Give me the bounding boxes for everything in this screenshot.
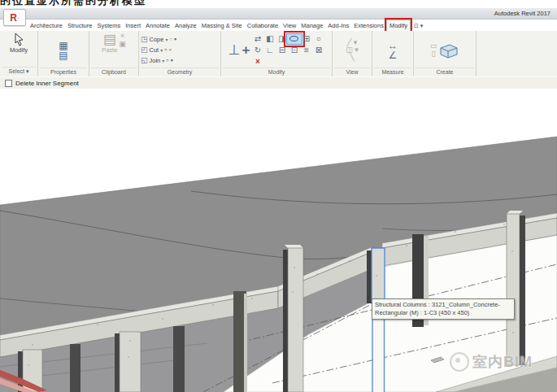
tab-view[interactable]: View [281, 20, 298, 31]
geometry-mini-icon[interactable]: ▪ [174, 36, 176, 43]
panel-measure: ↔ ∠ Measure [372, 31, 414, 76]
column-lit-edge [244, 294, 247, 392]
pin-icon[interactable]: ⊡ [291, 46, 298, 54]
cut-to-clipboard-icon[interactable]: × [120, 33, 124, 40]
delete-inner-segment-label: Delete Inner Segment [15, 80, 79, 87]
drawing-area-3d-view[interactable]: Structural Columns : 3121_Column_Concret… [0, 89, 557, 392]
panel-view: ╱ ▾ ◫ ▾ ╲ View [333, 31, 372, 76]
properties-palette-icon[interactable]: ▤ [59, 50, 67, 60]
join-icon: ◱ [141, 57, 148, 64]
tab-manage[interactable]: Manage [298, 20, 325, 31]
column-front[interactable] [288, 248, 303, 392]
column-dark-side[interactable] [173, 326, 185, 392]
tooltip-line-2: Rectangular (M) : 1-C3 (450 x 450) [375, 309, 511, 317]
ribbon: Modify Select ▾ ▦ ▤ Properties ▤ Paste ×… [0, 31, 557, 77]
watermark-text: 室内BIM [472, 352, 533, 372]
geometry-mini-icon[interactable]: ▫ [166, 57, 168, 64]
geometry-panel-label: Geometry [141, 68, 219, 76]
panel-modify: ⊥ + ⇄ ◧ ◨ ⊞ ○ ↻ ∟ ⊟ ⊡ ≡ ⊠ × Mo [221, 31, 333, 76]
delete-icon[interactable]: × [255, 57, 260, 66]
create-panel-label: Create [416, 68, 474, 76]
mirror-pick-axis-icon[interactable]: ◧ [266, 35, 273, 43]
cope-icon: ◳ [141, 36, 148, 43]
trim-extend-icon[interactable]: ∟ [266, 46, 274, 54]
revit-window: 的位置显示所需的分析模型 Autodesk Revit 2017 R· Arch… [0, 0, 557, 392]
mirror-draw-axis-icon[interactable]: ◨ [278, 35, 285, 43]
view-panel-label: View [334, 68, 370, 76]
ribbon-filler [476, 31, 557, 76]
column-front[interactable] [507, 214, 520, 365]
offset-icon[interactable]: ⇄ [255, 35, 261, 43]
delete-inner-segment-checkbox[interactable] [5, 80, 12, 87]
ribbon-minimize-toggle[interactable]: ⊡ ▾ [414, 23, 423, 31]
select-panel-label[interactable]: Select ▾ [2, 67, 36, 76]
tab-analyze[interactable]: Analyze [172, 20, 199, 31]
tab-extensions[interactable]: Extensions [351, 20, 386, 31]
cursor-arrow-icon [13, 33, 25, 46]
create-assembly-icon[interactable]: ▯ [432, 50, 436, 58]
measure-aligned-icon[interactable]: ↔ [388, 41, 398, 50]
paste-button[interactable]: ▤ Paste [102, 33, 117, 54]
panel-geometry: ◳ Cope▾ ▫ ▪ ◰ Cut▾ ▫ ▪ ◱ Join▾ ▫ ▪ [139, 31, 221, 76]
panel-select: Modify Select ▾ [0, 31, 38, 76]
column-dark-side [520, 216, 525, 365]
tab-annotate[interactable]: Annotate [143, 20, 172, 31]
copy-icon[interactable]: ○ [316, 35, 321, 43]
paste-icon: ▤ [103, 33, 116, 46]
modify-panel-label: Modify [223, 68, 330, 76]
selected-modify-tool-icon[interactable] [286, 33, 302, 45]
tab-insert[interactable]: Insert [123, 20, 143, 31]
move-icon[interactable]: + [242, 43, 250, 57]
ribbon-tab-row: ArchitectureStructureSystemsInsertAnnota… [28, 19, 556, 31]
view-tool-icon[interactable]: ╲ [350, 54, 354, 61]
panel-clipboard: ▤ Paste × ▣ Clipboard [89, 31, 139, 76]
cut-button[interactable]: ◰ Cut▾ ▫ ▪ [141, 45, 219, 55]
application-menu-button[interactable]: R· [3, 9, 26, 26]
scale-icon[interactable]: ≡ [304, 46, 309, 54]
unpin-icon[interactable]: ⊠ [315, 46, 322, 54]
tab-collaborate[interactable]: Collaborate [245, 20, 281, 31]
clipped-caption: 的位置显示所需的分析模型 [0, 0, 557, 8]
clipboard-panel-label: Clipboard [91, 68, 137, 76]
tab-architecture[interactable]: Architecture [28, 20, 65, 31]
tooltip-line-1: Structural Columns : 3121_Column_Concret… [375, 301, 511, 309]
align-icon[interactable]: ⊥ [228, 43, 241, 57]
geometry-mini-icon[interactable]: ▪ [168, 46, 171, 54]
cut-caret-icon: ▾ [160, 47, 163, 53]
modify-select-button[interactable]: Modify [10, 33, 28, 54]
geometry-mini-icon[interactable]: ▫ [169, 36, 172, 43]
watermark-logo-icon [450, 352, 469, 372]
column-dark-side [283, 250, 288, 392]
title-bar: Autodesk Revit 2017 [0, 8, 557, 20]
cut-geometry-icon: ◰ [141, 46, 148, 54]
create-similar-icon[interactable] [438, 41, 459, 59]
tab-add-ins[interactable]: Add-Ins [325, 20, 351, 31]
array-icon[interactable]: ⊞ [303, 35, 310, 43]
join-caret-icon: ▾ [162, 58, 164, 63]
app-menu-caret-icon: · [18, 15, 20, 20]
element-tooltip: Structural Columns : 3121_Column_Concret… [372, 298, 515, 320]
tab-systems[interactable]: Systems [94, 20, 123, 31]
tab-structure[interactable]: Structure [65, 20, 94, 31]
model-scene [0, 89, 557, 392]
measure-panel-label: Measure [374, 68, 411, 76]
measure-between-refs-icon[interactable]: ∠ [389, 50, 398, 60]
cope-caret-icon: ▾ [165, 37, 168, 42]
rotate-icon[interactable]: ↻ [255, 46, 261, 54]
geometry-mini-icon[interactable]: ▪ [171, 57, 173, 64]
create-group-icon[interactable]: ▭ [430, 42, 437, 50]
cope-button[interactable]: ◳ Cope▾ ▫ ▪ [141, 34, 219, 45]
geometry-mini-icon[interactable]: ▫ [164, 46, 167, 54]
app-title: Autodesk Revit 2017 [494, 10, 550, 17]
tab-massing-site[interactable]: Massing & Site [199, 20, 245, 31]
watermark: 室内BIM [450, 352, 533, 372]
selected-tool-glyph [289, 36, 298, 41]
column-dark-side [115, 333, 120, 392]
column-top-face [285, 245, 303, 248]
column-dark-side[interactable] [70, 344, 81, 392]
tab-modify[interactable]: Modify [386, 20, 411, 31]
copy-to-clipboard-icon[interactable]: ▣ [119, 41, 126, 48]
properties-type-icon[interactable]: ▦ [59, 41, 67, 50]
split-element-icon[interactable]: ⊟ [279, 46, 285, 54]
join-button[interactable]: ◱ Join▾ ▫ ▪ [141, 55, 219, 66]
